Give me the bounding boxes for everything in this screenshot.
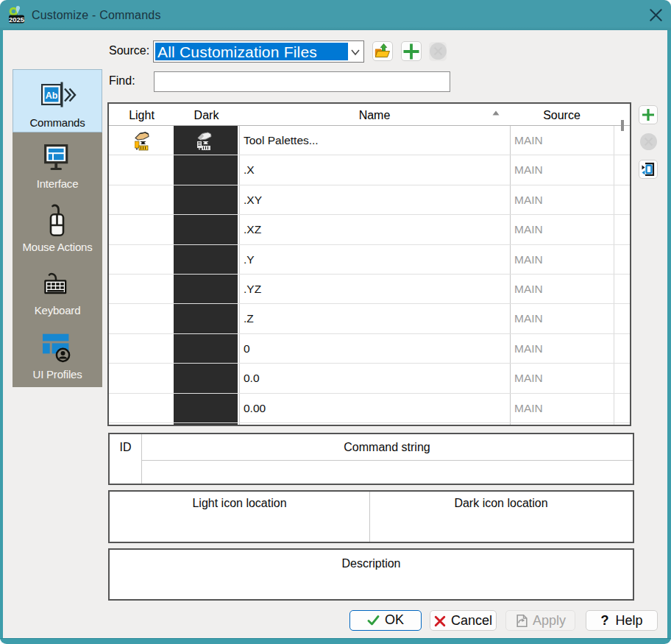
svg-text:Ab: Ab <box>46 91 58 101</box>
svg-text:2025: 2025 <box>9 15 25 24</box>
